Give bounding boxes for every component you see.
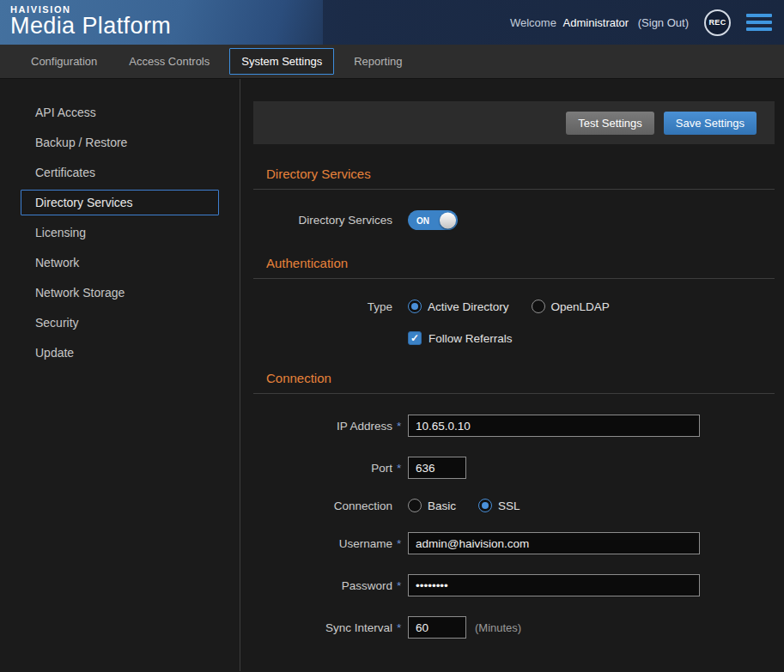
radio-active-directory[interactable] <box>408 300 422 313</box>
menu-icon[interactable] <box>746 10 772 34</box>
sidebar-item-licensing[interactable]: Licensing <box>21 220 219 245</box>
rec-badge: REC <box>704 9 731 36</box>
required-asterisk: * <box>392 420 408 433</box>
header: HAIVISION Media Platform Welcome Adminis… <box>0 0 784 45</box>
password-label: Password <box>253 579 392 592</box>
follow-referrals-row: ✓ Follow Referrals <box>253 331 775 345</box>
radio-basic-label: Basic <box>428 499 456 512</box>
connection-label: Connection <box>253 499 392 512</box>
tab-system-settings[interactable]: System Settings <box>229 48 334 75</box>
username-input[interactable] <box>408 532 700 554</box>
required-asterisk: * <box>392 462 408 475</box>
sync-interval-input[interactable] <box>408 616 466 639</box>
action-bar: Test Settings Save Settings <box>253 101 775 144</box>
sidebar-item-network-storage[interactable]: Network Storage <box>21 280 219 306</box>
sidebar-item-security[interactable]: Security <box>21 310 219 336</box>
divider <box>253 189 775 190</box>
product-name: Media Platform <box>10 13 323 39</box>
welcome-prefix: Welcome <box>510 16 556 29</box>
directory-services-toggle-label: Directory Services <box>253 214 392 227</box>
required-asterisk: * <box>392 537 408 550</box>
username-row: Username * <box>253 532 775 554</box>
radio-basic[interactable] <box>408 499 422 512</box>
welcome-text: Welcome Administrator (Sign Out) <box>510 16 689 29</box>
password-row: Password * <box>253 574 775 596</box>
sync-interval-label: Sync Interval <box>253 621 392 634</box>
required-asterisk: * <box>392 621 408 634</box>
follow-referrals-label: Follow Referrals <box>428 332 513 345</box>
required-asterisk: * <box>392 579 408 592</box>
directory-services-toggle-row: Directory Services ON <box>253 210 775 230</box>
sync-interval-suffix: (Minutes) <box>475 621 521 634</box>
brand-logo: HAIVISION Media Platform <box>0 0 323 45</box>
sidebar-item-directory-services[interactable]: Directory Services <box>21 190 219 215</box>
directory-services-toggle[interactable]: ON <box>408 210 458 230</box>
sidebar-item-network[interactable]: Network <box>21 250 219 275</box>
port-input[interactable] <box>408 457 466 479</box>
main-content: Test Settings Save Settings Directory Se… <box>240 79 784 671</box>
ip-address-row: IP Address * <box>253 415 775 437</box>
tab-access-controls[interactable]: Access Controls <box>117 48 222 75</box>
sign-out-link[interactable]: (Sign Out) <box>638 16 689 29</box>
username-text: Administrator <box>563 16 629 29</box>
type-label: Type <box>253 300 392 313</box>
sidebar-item-backup-restore[interactable]: Backup / Restore <box>21 130 219 155</box>
follow-referrals-checkbox[interactable]: ✓ <box>408 331 422 345</box>
port-label: Port <box>253 462 392 475</box>
main-nav: Configuration Access Controls System Set… <box>0 45 784 79</box>
divider <box>253 278 775 279</box>
tab-configuration[interactable]: Configuration <box>19 48 109 75</box>
connection-type-row: Connection Basic SSL <box>253 499 775 512</box>
type-row: Type Active Directory OpenLDAP <box>253 300 775 313</box>
section-title-connection: Connection <box>266 371 775 385</box>
password-input[interactable] <box>408 574 700 596</box>
ip-address-label: IP Address <box>253 420 392 433</box>
save-settings-button[interactable]: Save Settings <box>664 112 757 135</box>
sidebar-item-certificates[interactable]: Certificates <box>21 160 219 185</box>
sidebar-item-api-access[interactable]: API Access <box>21 100 219 125</box>
port-row: Port * <box>253 457 775 479</box>
radio-ssl[interactable] <box>478 499 492 512</box>
divider <box>253 393 775 394</box>
radio-ssl-label: SSL <box>498 499 520 512</box>
ip-address-input[interactable] <box>408 415 700 437</box>
sync-interval-row: Sync Interval * (Minutes) <box>253 616 775 639</box>
username-label: Username <box>253 537 392 550</box>
rec-badge-label: REC <box>708 18 726 27</box>
header-right: Welcome Administrator (Sign Out) REC <box>510 0 784 45</box>
radio-openldap[interactable] <box>532 300 545 313</box>
app-root: HAIVISION Media Platform Welcome Adminis… <box>0 0 784 672</box>
page-body: API Access Backup / Restore Certificates… <box>0 79 784 671</box>
toggle-knob <box>440 212 456 228</box>
tab-reporting[interactable]: Reporting <box>342 48 414 75</box>
test-settings-button[interactable]: Test Settings <box>566 112 653 135</box>
section-title-directory-services: Directory Services <box>266 166 775 181</box>
sidebar: API Access Backup / Restore Certificates… <box>0 79 240 671</box>
sidebar-item-update[interactable]: Update <box>21 340 219 366</box>
section-title-authentication: Authentication <box>266 256 775 270</box>
radio-active-directory-label: Active Directory <box>428 300 509 313</box>
radio-openldap-label: OpenLDAP <box>551 300 610 313</box>
toggle-state-label: ON <box>416 215 429 225</box>
